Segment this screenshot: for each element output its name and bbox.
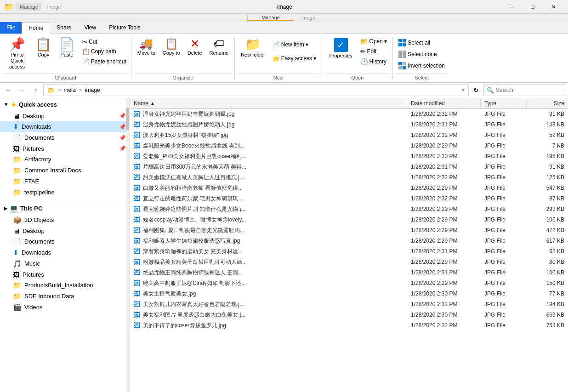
manage-tab-title[interactable]: Manage [16, 3, 42, 11]
sidebar-item-testpipeline[interactable]: 📁 testpipeline [0, 187, 130, 198]
sidebar-item-downloads[interactable]: ⬇ Downloads 📌 [0, 121, 130, 132]
sidebar-item-sde-inbound[interactable]: 📁 SDE Inbound Data [0, 291, 130, 302]
divider-4 [392, 37, 393, 80]
close-button[interactable]: ✕ [543, 0, 564, 14]
open-small-buttons: 📂 Open ▾ ✏ Edit 🕐 History [358, 36, 390, 67]
column-size[interactable]: Size [527, 98, 568, 108]
column-name[interactable]: Name ▲ [130, 98, 407, 108]
file-type-cell: JPG File [481, 173, 527, 182]
edit-button[interactable]: ✏ Edit [358, 47, 390, 56]
file-name-cell: 🖼粉嫩极品美女精美子白皙巨乳可可动人妹... [130, 257, 407, 267]
move-to-button[interactable]: 🚚 Move to [134, 36, 159, 58]
properties-button[interactable]: ✓ Properties [325, 36, 356, 61]
table-row[interactable]: 🖼绝美高中制服正妹@Cindy如如 制服下还...1/28/2020 2:29 … [130, 278, 568, 289]
sidebar-item-pictures[interactable]: 🖼 Pictures 📌 [0, 143, 130, 154]
copy-path-button[interactable]: 📋 Copy path [80, 47, 128, 56]
table-row[interactable]: 🖼湿身尤物尤妮丝性感图片娇绝动人.jpg1/28/2020 2:31 PMJPG… [130, 119, 568, 130]
ribbon-tab-picture-tools[interactable]: Picture Tools [102, 22, 147, 34]
column-type[interactable]: Type [481, 98, 527, 108]
ribbon-tab-view[interactable]: View [78, 22, 102, 34]
file-type-cell: JPG File [481, 205, 527, 213]
search-input[interactable] [496, 87, 546, 93]
sidebar-scrollbar-thumb[interactable] [126, 108, 129, 131]
easy-access-button[interactable]: ⭐ Easy access ▾ [269, 54, 319, 63]
rename-button[interactable]: 🏷 Rename [206, 36, 232, 58]
table-row[interactable]: 🖼美女主播气质美女.jpg1/28/2020 2:30 PMJPG File77… [130, 289, 568, 299]
breadcrumb-image[interactable]: image [85, 87, 100, 93]
address-bar[interactable]: 📁 > meizi > image ▾ [43, 84, 469, 96]
ribbon-tab-file[interactable]: File [0, 22, 22, 34]
sidebar-item-productsbuild[interactable]: 📁 ProductsBuild_Installation [0, 280, 130, 291]
open-button[interactable]: 📂 Open ▾ [358, 37, 390, 46]
breadcrumb-separator-1: > [58, 87, 61, 93]
paste-large-button[interactable]: 📄 Paste [56, 36, 78, 60]
up-button[interactable]: ↑ [29, 84, 42, 97]
table-row[interactable]: 🖼直立行走的雌性荷尔蒙 宅男女神萌琪琪 ...1/28/2020 2:32 PM… [130, 193, 568, 204]
file-size-cell: 106 KB [527, 216, 568, 224]
sidebar-item-desktop-pc[interactable]: 🖥 Desktop [0, 226, 130, 236]
title-bar-tabs: Manage image [16, 4, 65, 10]
sidebar-item-music[interactable]: 🎵 Music [0, 258, 130, 269]
table-row[interactable]: 🖼爱老师_PhD美女福利图片巨乳coser福利...1/28/2020 2:30… [130, 151, 568, 162]
table-row[interactable]: 🖼福利图集: 夏日制服最自然走光微露耻沟...1/28/2020 2:29 PM… [130, 225, 568, 236]
table-row[interactable]: 🖼美女刘钰儿内衣写真大好春色若隐若现.j...1/28/2020 2:32 PM… [130, 299, 568, 310]
sidebar-this-pc[interactable]: ▶ 💻 This PC [0, 202, 130, 215]
refresh-button[interactable]: ↻ [470, 84, 483, 97]
file-name-cell: 🖼美女主播气质美女.jpg [130, 289, 407, 299]
file-size-cell: 194 KB [527, 300, 568, 308]
file-type-cell: JPG File [481, 268, 527, 277]
paste-shortcut-button[interactable]: 📄 Paste shortcut [80, 57, 128, 66]
cut-button[interactable]: ✂ Cut [80, 38, 128, 46]
table-row[interactable]: 🖼湿身女神尤妮丝巨奶丰臀妩媚到爆.jpg1/28/2020 2:32 PMJPG… [130, 109, 568, 119]
sidebar-item-3d-objects[interactable]: 📦 3D Objects [0, 215, 130, 226]
ribbon-tab-home[interactable]: Home [22, 22, 50, 34]
maximize-button[interactable]: □ [522, 0, 543, 14]
sidebar-item-pictures-pc[interactable]: 🖼 Pictures [0, 269, 130, 280]
select-none-button[interactable]: Select none [396, 50, 448, 59]
table-row[interactable]: 🖼知名cosplay动漫博主、微博女神@lovely...1/28/2020 2… [130, 215, 568, 225]
back-button[interactable]: ← [2, 84, 15, 97]
select-all-button[interactable]: Select all [396, 38, 448, 47]
table-row[interactable]: 🖼甜美嫩模沈佳熹做人美胸让人过目难忘.j...1/28/2020 2:32 PM… [130, 172, 568, 183]
table-row[interactable]: 🖼爆乳阳光美少女Bebe火辣性感曲线 看到...1/28/2020 2:29 P… [130, 141, 568, 151]
sidebar-item-ftae[interactable]: 📁 FTAE [0, 176, 130, 187]
sidebar-item-common-install-docs[interactable]: 📁 Common Install Docs [0, 165, 130, 176]
invert-selection-button[interactable]: Invert selection [396, 61, 448, 70]
sidebar-item-downloads-pc[interactable]: ⬇ Downloads [0, 247, 130, 258]
pin-quick-access-button[interactable]: 📌 Pin to Quick access [3, 36, 31, 73]
sidebar-item-videos[interactable]: 🎬 Videos [0, 302, 130, 313]
sidebar-item-artifactory[interactable]: 📁 Artifactory [0, 154, 130, 165]
ribbon-tab-share[interactable]: Share [50, 22, 78, 34]
sidebar-item-documents[interactable]: 📄 Documents 📌 [0, 132, 130, 143]
sidebar-item-documents-pc[interactable]: 📄 Documents [0, 236, 130, 247]
file-size-cell: 547 KB [527, 184, 568, 192]
table-row[interactable]: 🖼看完蒋婉婷这些照片,才知道什么是尤物.j...1/28/2020 2:29 P… [130, 204, 568, 215]
table-row[interactable]: 🖼穿着紧身瑜伽裤的运动美女 完美身材运...1/28/2020 2:31 PMJ… [130, 246, 568, 257]
table-row[interactable]: 🖼粉嫩极品美女精美子白皙巨乳可可动人妹...1/28/2020 2:29 PMJ… [130, 257, 568, 267]
copy-large-button[interactable]: 📋 Copy [32, 36, 55, 60]
delete-button[interactable]: ✕ Delete [184, 36, 205, 58]
history-button[interactable]: 🕐 History [358, 57, 390, 66]
table-row[interactable]: 🖼片酬高达日币300万元的永濑美茉萌 美得...1/28/2020 2:31 P… [130, 162, 568, 172]
table-row[interactable]: 🖼绝品尤物王雨纯秀胸抱臂眼神迷人 王雨...1/28/2020 2:31 PMJ… [130, 267, 568, 278]
table-row[interactable]: 🖼福利姬素人学生妹短裙校服诱惑写真.jpg1/28/2020 2:29 PMJP… [130, 236, 568, 246]
file-name-cell: 🖼穿着紧身瑜伽裤的运动美女 完美身材运... [130, 247, 407, 256]
new-item-button[interactable]: 📄 New item ▾ [269, 40, 319, 49]
copy-to-button[interactable]: 📋 Copy to [159, 36, 183, 58]
breadcrumb-meizi[interactable]: meizi [63, 87, 76, 93]
forward-button[interactable]: → [16, 84, 28, 97]
table-row[interactable]: 🖼澳大利亚15岁女孩身材"核弹级".jpg1/28/2020 2:32 PMJP… [130, 130, 568, 141]
new-folder-button[interactable]: 📁 New folder [238, 36, 268, 60]
file-name-cell: 🖼爆乳阳光美少女Bebe火辣性感曲线 看到... [130, 141, 407, 151]
minimize-button[interactable]: — [501, 0, 522, 14]
sidebar-item-desktop[interactable]: 🖥 Desktop 📌 [0, 111, 130, 121]
file-date-cell: 1/28/2020 2:31 PM [407, 268, 481, 277]
column-date[interactable]: Date modified [407, 98, 481, 108]
table-row[interactable]: 🖼白嫩又美丽的相泽南老师 看颜值就觉得...1/28/2020 2:29 PMJ… [130, 183, 568, 193]
sidebar-quick-access[interactable]: ▼ ★ Quick access [0, 98, 130, 111]
table-row[interactable]: 🖼美的不得了的coser@鲅鱼罗儿.jpg1/28/2020 2:32 PMJP… [130, 320, 568, 331]
search-box[interactable]: 🔍 [483, 84, 566, 96]
table-row[interactable]: 🖼美女福利图片 重度诱惑白嫩大白兔美女.j...1/28/2020 2:30 P… [130, 310, 568, 320]
file-type-cell: JPG File [481, 226, 527, 234]
file-type-cell: JPG File [481, 194, 527, 203]
